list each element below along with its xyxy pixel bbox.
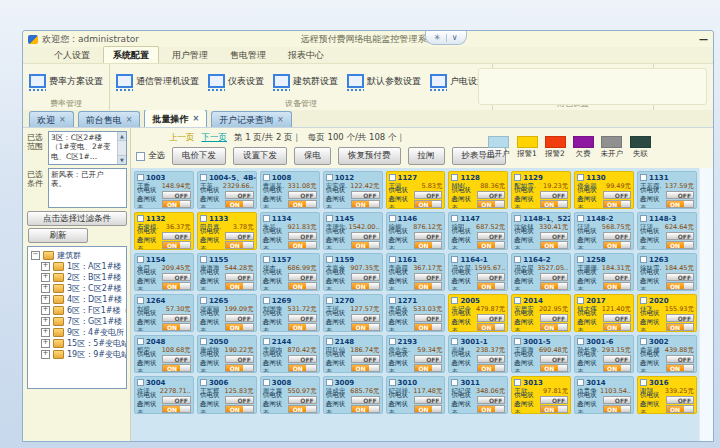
meter-card[interactable]: 1003 王香 148.94元 供电状态 OFF 合闸状态 ON bbox=[134, 171, 194, 209]
meter-card[interactable]: 3002 俞英越 439.88元 供电状态 OFF 合闸状态 ON bbox=[637, 335, 697, 373]
ribbon-button[interactable]: 通信管理机设置 bbox=[116, 69, 199, 88]
gate-on-control[interactable]: ON bbox=[225, 241, 253, 249]
gate-on-button[interactable]: ON bbox=[352, 406, 369, 412]
card-checkbox[interactable] bbox=[389, 215, 396, 222]
supply-off-button[interactable]: OFF bbox=[540, 232, 568, 240]
expand-icon[interactable]: + bbox=[41, 295, 50, 304]
gate-on-control[interactable]: ON bbox=[288, 364, 316, 372]
card-checkbox[interactable] bbox=[326, 297, 333, 304]
expand-icon[interactable]: + bbox=[41, 339, 50, 348]
gate-on-control[interactable]: ON bbox=[162, 405, 190, 413]
meter-card[interactable]: 3001-1 高雄 238.37元 供电状态 OFF 合闸状态 ON bbox=[448, 335, 508, 373]
action-button[interactable]: 恢复预付费 bbox=[338, 147, 401, 165]
gate-on-control[interactable]: ON bbox=[666, 241, 694, 249]
supply-off-button[interactable]: OFF bbox=[666, 191, 694, 199]
gate-on-control[interactable]: ON bbox=[603, 364, 631, 372]
gate-on-control[interactable]: ON bbox=[414, 364, 442, 372]
supply-off-button[interactable]: OFF bbox=[477, 314, 505, 322]
supply-off-button[interactable]: OFF bbox=[162, 396, 190, 404]
supply-off-button[interactable]: OFF bbox=[351, 191, 379, 199]
gate-on-button[interactable]: ON bbox=[415, 242, 432, 248]
meter-card[interactable]: 1148-2 汪洋. 568.75元 供电状态 OFF 合闸状态 ON bbox=[574, 212, 634, 250]
meter-card[interactable]: 1146 徐柳. 876.12元 供电状态 OFF 合闸状态 ON bbox=[386, 212, 446, 250]
meter-card[interactable]: 1264 刘根. 57.30元 供电状态 OFF 合闸状态 ON bbox=[134, 294, 194, 332]
gate-on-button[interactable]: ON bbox=[226, 324, 243, 330]
gate-on-control[interactable]: ON bbox=[603, 200, 631, 208]
card-checkbox[interactable] bbox=[577, 338, 584, 345]
meter-card[interactable]: 1154 金目 209.45元 供电状态 OFF 合闸状态 ON bbox=[134, 253, 194, 291]
gate-on-button[interactable]: ON bbox=[163, 242, 180, 248]
meter-card[interactable]: 3004 许泽 2278.71.. 供电状态 OFF 合闸状态 ON bbox=[134, 376, 194, 414]
meter-card[interactable]: 1148-3 汪洋. 624.64元 供电状态 OFF 合闸状态 ON bbox=[637, 212, 697, 250]
refresh-button[interactable]: 刷新 bbox=[28, 228, 88, 243]
document-tab[interactable]: 开户记录查询× bbox=[211, 111, 292, 127]
gate-on-control[interactable]: ON bbox=[351, 241, 379, 249]
gate-on-control[interactable]: ON bbox=[414, 282, 442, 290]
gate-on-control[interactable]: ON bbox=[225, 200, 253, 208]
supply-off-button[interactable]: OFF bbox=[288, 273, 316, 281]
gate-on-button[interactable]: ON bbox=[478, 406, 495, 412]
supply-off-button[interactable]: OFF bbox=[225, 355, 253, 363]
meter-card[interactable]: 1012 安实保. 122.42元 供电状态 OFF 合闸状态 ON bbox=[323, 171, 383, 209]
supply-off-button[interactable]: OFF bbox=[288, 191, 316, 199]
ribbon-button[interactable]: 默认参数设置 bbox=[347, 69, 421, 88]
gate-on-control[interactable]: ON bbox=[288, 241, 316, 249]
card-checkbox[interactable] bbox=[200, 379, 207, 386]
expand-icon[interactable]: + bbox=[41, 350, 50, 359]
supply-off-button[interactable]: OFF bbox=[162, 273, 190, 281]
gate-on-control[interactable]: ON bbox=[540, 241, 568, 249]
gate-on-button[interactable]: ON bbox=[604, 283, 621, 289]
action-button[interactable]: 设置下发 bbox=[233, 147, 287, 165]
gate-on-control[interactable]: ON bbox=[414, 405, 442, 413]
meter-card[interactable]: 2050 唐成牧 190.22元 供电状态 OFF 合闸状态 ON bbox=[197, 335, 257, 373]
gate-on-button[interactable]: ON bbox=[289, 324, 306, 330]
minimize-button[interactable]: — bbox=[699, 35, 708, 43]
gate-on-control[interactable]: ON bbox=[351, 405, 379, 413]
tab-close-icon[interactable]: × bbox=[192, 115, 199, 123]
supply-off-button[interactable]: OFF bbox=[225, 232, 253, 240]
meter-card[interactable]: 1263 徐妹雪. 184.45元 供电状态 OFF 合闸状态 ON bbox=[637, 253, 697, 291]
card-checkbox[interactable] bbox=[514, 338, 521, 345]
meter-card[interactable]: 1128 MM(. 88.36元 供电状态 OFF 合闸状态 ON bbox=[448, 171, 508, 209]
gate-on-control[interactable]: ON bbox=[288, 200, 316, 208]
supply-off-button[interactable]: OFF bbox=[351, 355, 379, 363]
meter-card[interactable]: 2148 田红仙 186.74元 供电状态 OFF 合闸状态 ON bbox=[323, 335, 383, 373]
gate-on-button[interactable]: ON bbox=[415, 283, 432, 289]
supply-off-button[interactable]: OFF bbox=[414, 314, 442, 322]
supply-off-button[interactable]: OFF bbox=[540, 355, 568, 363]
ribbon-button[interactable]: 费率方案设置 bbox=[29, 69, 103, 88]
card-checkbox[interactable] bbox=[326, 174, 333, 181]
card-checkbox[interactable] bbox=[640, 338, 647, 345]
card-checkbox[interactable] bbox=[200, 174, 207, 181]
card-checkbox[interactable] bbox=[640, 379, 647, 386]
selected-range-box[interactable]: 3区：C区2#楼（1#变电、2#变电、C区1#… ▲ ▼ bbox=[48, 131, 127, 165]
card-checkbox[interactable] bbox=[514, 215, 521, 222]
meter-card[interactable]: 3001-6 孙长争. 293.15元 供电状态 OFF 合闸状态 ON bbox=[574, 335, 634, 373]
ribbon-tab[interactable]: 用户管理 bbox=[163, 47, 217, 63]
gate-on-button[interactable]: ON bbox=[163, 324, 180, 330]
ribbon-tab[interactable]: 个人设置 bbox=[45, 47, 99, 63]
card-checkbox[interactable] bbox=[137, 174, 144, 181]
gate-on-button[interactable]: ON bbox=[604, 365, 621, 371]
meter-card[interactable]: 1127 王淑. 5.83元 供电状态 OFF 合闸状态 ON bbox=[386, 171, 446, 209]
ribbon-button[interactable]: 仪表设置 bbox=[208, 69, 264, 88]
supply-off-button[interactable]: OFF bbox=[225, 396, 253, 404]
gate-on-control[interactable]: ON bbox=[540, 200, 568, 208]
meter-card[interactable]: 3006 王军辉 125.83元 供电状态 OFF 合闸状态 ON bbox=[197, 376, 257, 414]
gate-on-button[interactable]: ON bbox=[163, 406, 180, 412]
action-button[interactable]: 拉闸 bbox=[408, 147, 445, 165]
card-checkbox[interactable] bbox=[326, 338, 333, 345]
tree-item[interactable]: +6区：F区1#楼（F区1#… bbox=[31, 305, 126, 316]
gate-on-control[interactable]: ON bbox=[603, 241, 631, 249]
tree-item[interactable]: +1区：A区1#楼 bbox=[31, 261, 126, 272]
card-checkbox[interactable] bbox=[451, 379, 458, 386]
gate-on-button[interactable]: ON bbox=[289, 201, 306, 207]
meter-card[interactable]: 2193 佟先生. 59.34元 供电状态 OFF 合闸状态 ON bbox=[386, 335, 446, 373]
card-checkbox[interactable] bbox=[389, 338, 396, 345]
supply-off-button[interactable]: OFF bbox=[351, 396, 379, 404]
tree-item[interactable]: +7区：G区1#楼 bbox=[31, 316, 126, 327]
meter-card[interactable]: 3013 王欣. 97.81元 供电状态 OFF 合闸状态 ON bbox=[511, 376, 571, 414]
next-page-link[interactable]: 下一页 bbox=[202, 132, 228, 144]
gate-on-control[interactable]: ON bbox=[477, 405, 505, 413]
ribbon-tab[interactable]: 售电管理 bbox=[221, 47, 275, 63]
